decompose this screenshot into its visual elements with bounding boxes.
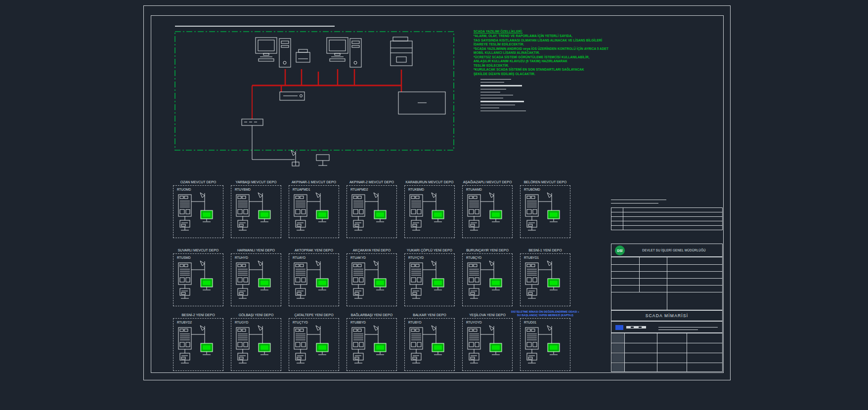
- station-box: RTUAPMD1: [289, 185, 339, 238]
- modem-icon: [316, 155, 329, 165]
- antenna-icon: [538, 326, 552, 343]
- station-box: RTUBYD1: [520, 253, 570, 306]
- rtu-cabinet-icon: [178, 195, 191, 216]
- station-drawing: [405, 260, 455, 304]
- station-title: ÇATALTEPE YENİ DEPO: [294, 313, 333, 317]
- dsi-logo: DSİ: [615, 246, 625, 255]
- scale-bar-segment: [626, 326, 630, 328]
- monitor-icon: [316, 279, 328, 290]
- notes-line: ANLAŞILIR KULLANIM KLAVUZU (6 TAKIM) HAZ…: [474, 59, 608, 63]
- rtu-cabinet-icon: [468, 328, 480, 349]
- rtu-cabinet-icon: [236, 263, 249, 285]
- antenna-icon: [480, 193, 494, 210]
- control-center-boundary: [175, 32, 454, 150]
- station-card: AKPINAR-2 MEVCUT DEPO RTUAPMD2: [347, 185, 397, 238]
- rtu-cabinet-icon: [410, 328, 423, 349]
- legend-line: [480, 85, 522, 86]
- station-box: RTUOMD: [173, 185, 223, 238]
- station-box: RTUD01: [520, 318, 570, 371]
- monitor-icon: [374, 343, 386, 355]
- station-drawing: [232, 260, 281, 304]
- rtu-cabinet-icon: [294, 195, 307, 216]
- ups-icon: [411, 285, 421, 298]
- antenna-icon: [423, 326, 436, 343]
- antenna-icon: [307, 326, 320, 343]
- notes-lines: *ALARM, OLAY, TREND VE RAPORLAMA İÇİN YE…: [474, 34, 608, 76]
- rtu-cabinet-icon: [468, 263, 480, 285]
- monitor-icon: [548, 210, 560, 222]
- station-card: YARBAŞI MEVCUT DEPO RTUYBMD: [231, 185, 281, 238]
- monitor-icon: [201, 343, 213, 355]
- station-row-2: SUVARLI MEVCUT DEPO RTUSMD: [173, 253, 570, 306]
- station-card: DSİ İŞLETME BİNASI ÖN DEĞERLENDİRME ODAS…: [520, 318, 570, 371]
- station-title: BESNİ-2 YENİ DEPO: [181, 313, 215, 317]
- antenna-icon: [191, 326, 205, 343]
- scale-band: [611, 321, 723, 333]
- station-box: RTUÇTYD: [289, 318, 339, 371]
- station-card: KARABURUN MEVCUT DEPO RTUKBMD: [404, 185, 455, 238]
- legend-line: [480, 111, 526, 111]
- station-drawing: [174, 325, 223, 369]
- legend-line: [480, 95, 513, 95]
- station-title: YARBAŞI MEVCUT DEPO: [236, 180, 277, 184]
- rtu-label: RTUHYD: [235, 256, 248, 259]
- rtu-label: RTUBÇYD: [466, 256, 481, 259]
- notes-heading: SCADA YAZILIMI ÖZELLİKLERİ:: [474, 30, 608, 34]
- notes-line: *ÜCRETSİZ SCADA SİSTEMİ GÖRÜNTÜLEME İSTE…: [474, 55, 608, 59]
- antenna-icon: [480, 326, 494, 343]
- monitor-icon: [259, 343, 270, 355]
- station-drawing: [405, 325, 455, 369]
- table-cell: [612, 344, 624, 352]
- rtu-cabinet-icon: [178, 263, 191, 285]
- station-box: RTUAKYD: [347, 253, 397, 306]
- station-drawing: [290, 325, 339, 369]
- notes-line: *ALARM, OLAY, TREND VE RAPORLAMA İÇİN YE…: [474, 34, 608, 38]
- rtu-label: RTUAKYD: [350, 256, 366, 259]
- rtu-label: RTUBYD2: [177, 321, 192, 324]
- ups-icon: [238, 349, 248, 363]
- monitor-icon: [316, 343, 328, 355]
- network-switch-icon: [242, 119, 263, 125]
- rule-line: [624, 333, 625, 371]
- station-card: BURUNÇAYIR YENİ DEPO RTUBÇYD: [462, 253, 513, 306]
- rtu-label: RTUBYD1: [524, 256, 539, 259]
- station-box: RTUBBYD: [347, 318, 397, 371]
- station-drawing: [521, 325, 570, 369]
- control-center-drawing: [168, 22, 465, 170]
- station-title: AKPINAR-1 MEVCUT DEPO: [292, 180, 336, 184]
- station-box: RTUYÇYD: [404, 253, 455, 306]
- rtu-label: RTUKBMD: [408, 188, 424, 191]
- table-cell: [612, 364, 624, 371]
- rtu-label: RTUÇTYD: [293, 321, 308, 324]
- monitor-icon: [548, 279, 560, 290]
- station-box: RTUYOYD: [462, 318, 513, 371]
- antenna-icon: [538, 261, 552, 279]
- station-drawing: [174, 192, 223, 236]
- ups-icon: [353, 349, 363, 363]
- station-box: RTUSMD: [173, 253, 223, 306]
- station-card: HARMANLI YENİ DEPO RTUHYD: [231, 253, 281, 306]
- rule-line: [611, 212, 723, 212]
- antenna-icon: [365, 193, 378, 210]
- station-title: AKTOPRAK YENİ DEPO: [295, 248, 333, 252]
- station-drawing: [347, 192, 397, 236]
- antenna-icon: [365, 261, 378, 279]
- rtu-cabinet-icon: [294, 328, 307, 349]
- ups-icon: [353, 285, 363, 298]
- station-title: KARABURUN MEVCUT DEPO: [405, 180, 453, 184]
- rtu-label: RTUAYD: [293, 256, 305, 259]
- rtu-cabinet-icon: [468, 195, 480, 216]
- station-title: DSİ İŞLETME BİNASI ÖN DEĞERLENDİRME ODAS…: [511, 310, 579, 317]
- rule-line: [611, 230, 723, 230]
- station-card: OZAN MEVCUT DEPO RTUOMD: [173, 185, 223, 238]
- station-box: RTUHYD: [231, 253, 281, 306]
- station-title: AKPINAR-2 MEVCUT DEPO: [349, 180, 394, 184]
- ups-icon: [469, 349, 479, 363]
- rule-line: [639, 257, 640, 292]
- antenna-icon: [423, 193, 436, 210]
- drawing-title: SCADA MİMARİSİ: [611, 311, 722, 321]
- ups-icon: [527, 216, 537, 230]
- rtu-cabinet-icon: [236, 195, 249, 216]
- station-title: BELÖREN MEVCUT DEPO: [524, 180, 567, 184]
- rtu-cabinet-icon: [352, 263, 365, 285]
